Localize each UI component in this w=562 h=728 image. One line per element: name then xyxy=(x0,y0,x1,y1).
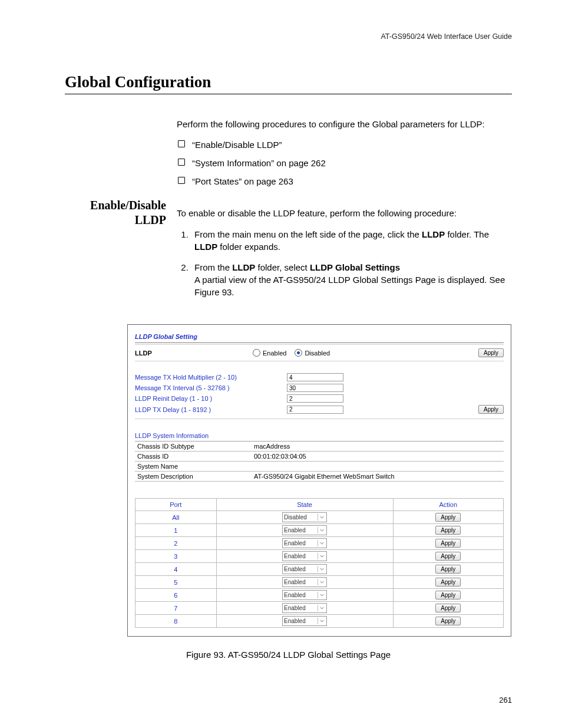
port-cell: 5 xyxy=(135,576,217,589)
table-row: 4EnabledApply xyxy=(135,563,504,576)
table-row: 6EnabledApply xyxy=(135,589,504,602)
apply-button[interactable]: Apply xyxy=(478,348,504,357)
xref-item: “Port States” on page 263 xyxy=(192,176,293,186)
port-cell: 8 xyxy=(135,615,217,628)
apply-button[interactable]: Apply xyxy=(435,565,461,574)
table-row: 5EnabledApply xyxy=(135,576,504,589)
state-select[interactable]: Enabled xyxy=(282,551,327,561)
state-select[interactable]: Enabled xyxy=(282,538,327,548)
state-select[interactable]: Enabled xyxy=(282,577,327,587)
apply-button[interactable]: Apply xyxy=(435,578,461,587)
state-select[interactable]: Enabled xyxy=(282,525,327,535)
state-select[interactable]: Enabled xyxy=(282,564,327,574)
port-cell: 2 xyxy=(135,537,217,550)
port-cell: 3 xyxy=(135,550,217,563)
col-port: Port xyxy=(135,499,217,511)
intro-paragraph: Perform the following procedures to conf… xyxy=(177,118,512,130)
port-cell: 6 xyxy=(135,589,217,602)
step-1: From the main menu on the left side of t… xyxy=(191,228,512,253)
apply-button[interactable]: Apply xyxy=(435,617,461,625)
port-cell: 4 xyxy=(135,563,217,576)
apply-button[interactable]: Apply xyxy=(435,526,461,535)
figure-caption: Figure 93. AT-GS950/24 LLDP Global Setti… xyxy=(65,650,512,660)
doc-header: AT-GS950/24 Web Interface User Guide xyxy=(65,32,512,41)
section-heading: Enable/Disable LLDP xyxy=(65,198,166,228)
xref-list: “Enable/Disable LLDP” “System Informatio… xyxy=(177,139,512,187)
table-row: 7EnabledApply xyxy=(135,602,504,615)
param-label: Message TX Interval (5 - 32768 ) xyxy=(135,384,285,391)
tx-hold-input[interactable] xyxy=(287,373,343,381)
sysinfo-table: Chassis ID SubtypemacAddress Chassis ID0… xyxy=(135,442,504,482)
tx-interval-input[interactable] xyxy=(287,384,343,392)
radio-disabled[interactable]: Disabled xyxy=(295,349,330,357)
state-select[interactable]: Disabled xyxy=(282,512,327,522)
checkbox-icon xyxy=(178,159,185,166)
param-label: LLDP Reinit Delay (1 - 10 ) xyxy=(135,395,285,402)
port-cell: 7 xyxy=(135,602,217,615)
apply-button[interactable]: Apply xyxy=(478,405,504,414)
apply-button[interactable]: Apply xyxy=(435,539,461,548)
step-2: From the LLDP folder, select LLDP Global… xyxy=(191,261,512,298)
param-label: Message TX Hold Multiplier (2 - 10) xyxy=(135,374,285,381)
checkbox-icon xyxy=(178,177,185,184)
col-state: State xyxy=(216,499,393,511)
table-row: 1EnabledApply xyxy=(135,524,504,537)
sysinfo-title: LLDP System Information xyxy=(135,432,504,442)
radio-icon xyxy=(295,349,302,357)
tx-delay-input[interactable] xyxy=(287,406,343,414)
checkbox-icon xyxy=(178,140,185,147)
ports-table: Port State Action AllDisabledApply1Enabl… xyxy=(135,498,504,628)
table-row: 2EnabledApply xyxy=(135,537,504,550)
lldp-label: LLDP xyxy=(135,350,253,357)
figure-screenshot: LLDP Global Setting LLDP Enabled Disable… xyxy=(127,324,511,637)
radio-icon xyxy=(253,349,260,357)
param-label: LLDP TX Delay (1 - 8192 ) xyxy=(135,406,285,413)
panel-title: LLDP Global Setting xyxy=(135,333,504,343)
table-row: AllDisabledApply xyxy=(135,511,504,524)
radio-enabled[interactable]: Enabled xyxy=(253,349,286,357)
state-select[interactable]: Enabled xyxy=(282,590,327,600)
apply-button[interactable]: Apply xyxy=(435,604,461,612)
col-action: Action xyxy=(393,499,504,511)
state-select[interactable]: Enabled xyxy=(282,603,327,613)
state-select[interactable]: Enabled xyxy=(282,616,327,626)
xref-item: “System Information” on page 262 xyxy=(192,158,326,168)
port-cell: 1 xyxy=(135,524,217,537)
xref-item: “Enable/Disable LLDP” xyxy=(192,140,282,150)
table-row: 8EnabledApply xyxy=(135,615,504,628)
table-row: 3EnabledApply xyxy=(135,550,504,563)
section-intro: To enable or disable the LLDP feature, p… xyxy=(177,207,512,219)
port-cell: All xyxy=(135,511,217,524)
page-title: Global Configuration xyxy=(65,73,512,94)
page-number: 261 xyxy=(499,696,512,704)
apply-button[interactable]: Apply xyxy=(435,552,461,561)
reinit-delay-input[interactable] xyxy=(287,394,343,403)
apply-button[interactable]: Apply xyxy=(435,513,461,522)
apply-button[interactable]: Apply xyxy=(435,591,461,599)
